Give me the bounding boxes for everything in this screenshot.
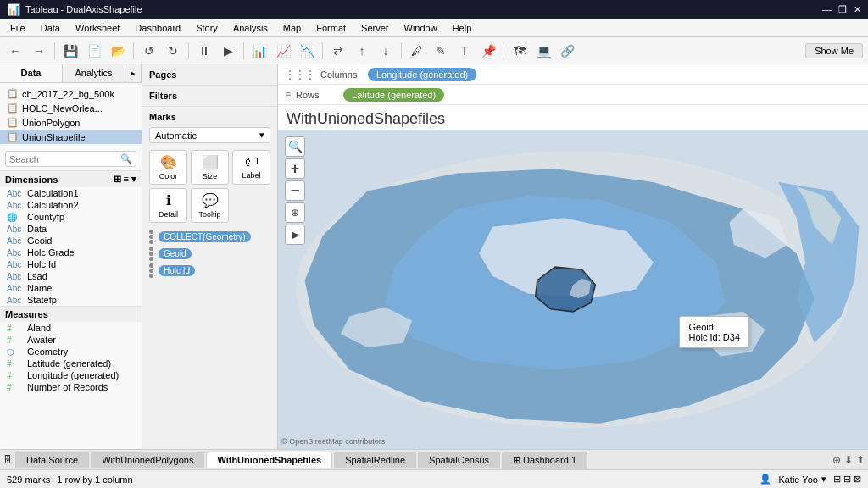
- rows-pill[interactable]: Latitude (generated): [343, 88, 444, 102]
- marks-detail-btn[interactable]: ℹ Detail: [149, 188, 187, 223]
- field-numrecords[interactable]: #Number of Records: [0, 381, 142, 393]
- map-container[interactable]: 🔍 + − ⊕ ▶ Geoid: Holc Id: D34 © OpenStre…: [278, 130, 868, 449]
- datasource-icon-union: 📋: [7, 117, 19, 128]
- field-data[interactable]: AbcData: [0, 223, 142, 235]
- dimensions-label: Dimensions: [5, 175, 58, 185]
- field-geometry[interactable]: ⬡Geometry: [0, 346, 142, 358]
- tab-spatialredline[interactable]: SpatialRedline: [334, 452, 416, 468]
- menu-file[interactable]: File: [3, 21, 32, 35]
- marks-label-btn[interactable]: 🏷 Label: [232, 150, 270, 185]
- sheet-right-icon[interactable]: ⬆: [856, 454, 865, 466]
- menu-format[interactable]: Format: [309, 21, 353, 35]
- minimize-button[interactable]: —: [822, 4, 832, 15]
- menu-story[interactable]: Story: [189, 21, 225, 35]
- field-statefp[interactable]: AbcStatefp: [0, 294, 142, 306]
- field-countyfp[interactable]: 🌐Countyfp: [0, 211, 142, 223]
- save-button[interactable]: 💾: [60, 41, 81, 61]
- open-button[interactable]: 📂: [108, 41, 128, 61]
- field-holcgrade[interactable]: AbcHolc Grade: [0, 247, 142, 258]
- pin-button[interactable]: 📌: [478, 41, 498, 61]
- sort-asc-button[interactable]: ↑: [352, 41, 372, 61]
- pause-button[interactable]: ⏸: [194, 41, 214, 61]
- marks-field-geoid[interactable]: Geoid: [149, 247, 270, 261]
- grid-icon[interactable]: ⊞: [114, 174, 121, 185]
- run-button[interactable]: ▶: [218, 41, 238, 61]
- field-geoid[interactable]: AbcGeoid: [0, 235, 142, 247]
- marks-tooltip-btn[interactable]: 💬 Tooltip: [191, 188, 229, 223]
- field-name[interactable]: AbcName: [0, 282, 142, 294]
- add-sheet-icon[interactable]: ⊕: [832, 454, 841, 466]
- menu-map[interactable]: Map: [276, 21, 308, 35]
- user-button[interactable]: Katie Yoo ▾: [778, 474, 826, 485]
- field-calculation1[interactable]: AbcCalculation1: [0, 187, 142, 199]
- map-nav-btn[interactable]: ▶: [285, 225, 305, 245]
- tab-unionedshapefiles[interactable]: WithUnionedShapefiles: [206, 452, 332, 468]
- menu-dashboard[interactable]: Dashboard: [128, 21, 187, 35]
- highlight-button[interactable]: 🖊: [407, 41, 427, 61]
- field-awater[interactable]: #Awater: [0, 334, 142, 346]
- map-zoom-in-btn[interactable]: +: [285, 158, 305, 179]
- new-button[interactable]: 📄: [84, 41, 104, 61]
- menu-analysis[interactable]: Analysis: [226, 21, 275, 35]
- panel-tab-arrow[interactable]: ▸: [125, 64, 142, 82]
- field-longitude[interactable]: #Longitude (generated): [0, 369, 142, 381]
- marks-type-dropdown[interactable]: Automatic ▾: [149, 127, 270, 143]
- chart2-button[interactable]: 📈: [273, 41, 293, 61]
- tab-spatialcensus[interactable]: SpatialCensus: [418, 452, 500, 468]
- menu-server[interactable]: Server: [354, 21, 395, 35]
- sort-icon[interactable]: ▾: [131, 174, 136, 185]
- marks-field-geometry[interactable]: COLLECT(Geometry): [149, 230, 270, 244]
- close-button[interactable]: ✕: [854, 4, 861, 15]
- columns-pill[interactable]: Longitude (generated): [368, 68, 476, 81]
- map-crosshair-btn[interactable]: ⊕: [285, 202, 305, 223]
- window-title: Tableau - DualAxisShapefile: [25, 4, 142, 14]
- marks-field-holcid[interactable]: Holc Id: [149, 263, 270, 278]
- back-button[interactable]: ←: [5, 41, 25, 61]
- tab-datasource[interactable]: Data Source: [15, 452, 89, 468]
- datasource-holc[interactable]: 📋 HOLC_NewOrlea...: [0, 101, 142, 115]
- list-icon[interactable]: ≡: [124, 174, 129, 185]
- field-lsad[interactable]: AbcLsad: [0, 270, 142, 282]
- device-button[interactable]: 💻: [533, 41, 554, 61]
- marks-tooltip-label: Tooltip: [198, 210, 220, 219]
- chart-bar-button[interactable]: 📊: [249, 41, 270, 61]
- menu-data[interactable]: Data: [34, 21, 67, 35]
- field-calculation2[interactable]: AbcCalculation2: [0, 199, 142, 211]
- menu-worksheet[interactable]: Worksheet: [69, 21, 126, 35]
- map-button[interactable]: 🗺: [509, 41, 530, 61]
- tab-dashboard1[interactable]: ⊞Dashboard 1: [502, 452, 587, 469]
- tab-analytics[interactable]: Analytics: [63, 64, 125, 82]
- datasource-unionshape[interactable]: 📋 UnionShapefile: [0, 130, 142, 144]
- maximize-button[interactable]: ❐: [838, 4, 847, 15]
- share-button[interactable]: 🔗: [557, 41, 577, 61]
- menu-window[interactable]: Window: [398, 21, 444, 35]
- sheet-down-icon[interactable]: ⬇: [844, 454, 853, 466]
- datasource-icon-btn[interactable]: 🗄: [3, 455, 12, 464]
- marks-color-btn[interactable]: 🎨 Color: [149, 150, 187, 185]
- tab-data[interactable]: Data: [0, 64, 63, 82]
- annotate-button[interactable]: ✎: [431, 41, 451, 61]
- map-zoom-out-btn[interactable]: −: [285, 180, 305, 201]
- search-input[interactable]: [9, 154, 120, 164]
- datasource-union[interactable]: 📋 UnionPolygon: [0, 115, 142, 130]
- chart3-button[interactable]: 📉: [297, 41, 317, 61]
- field-holcid[interactable]: AbcHolc Id: [0, 258, 142, 270]
- sort-desc-button[interactable]: ↓: [376, 41, 396, 61]
- title-bar-controls[interactable]: — ❐ ✕: [822, 4, 861, 15]
- dot3: [149, 240, 153, 244]
- field-aland[interactable]: #Aland: [0, 322, 142, 334]
- search-box[interactable]: 🔍: [5, 151, 136, 167]
- undo-button[interactable]: ↺: [139, 41, 159, 61]
- map-search-btn[interactable]: 🔍: [285, 136, 305, 157]
- marks-size-btn[interactable]: ⬜ Size: [191, 150, 229, 185]
- swap-button[interactable]: ⇄: [328, 41, 348, 61]
- forward-button[interactable]: →: [29, 41, 49, 61]
- text-button[interactable]: T: [454, 41, 475, 61]
- redo-button[interactable]: ↻: [163, 41, 183, 61]
- search-icon: 🔍: [120, 153, 132, 164]
- menu-help[interactable]: Help: [446, 21, 479, 35]
- datasource-cb[interactable]: 📋 cb_2017_22_bg_500k: [0, 86, 142, 101]
- field-latitude[interactable]: #Latitude (generated): [0, 358, 142, 369]
- tab-unionedpolygons[interactable]: WithUnionedPolygons: [91, 452, 204, 468]
- show-me-button[interactable]: Show Me: [805, 43, 863, 58]
